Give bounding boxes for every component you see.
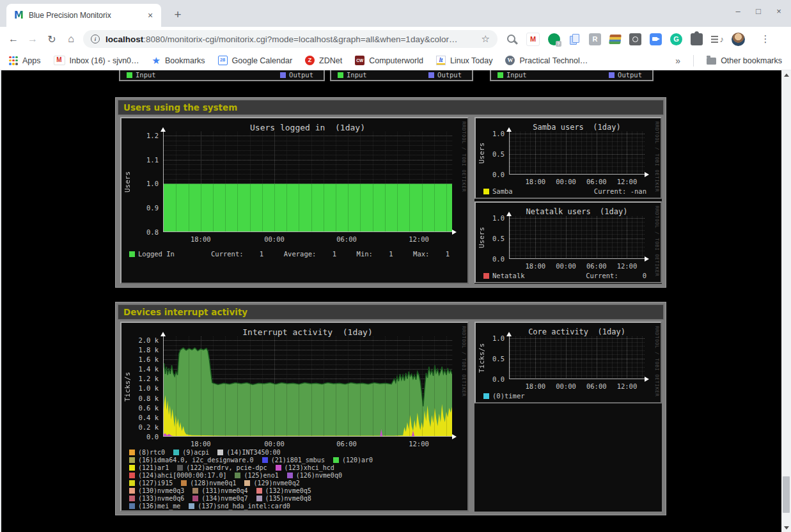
legend-item: (131)nvme0q4	[192, 487, 247, 494]
legend-item: (123)xhci_hcd	[276, 464, 334, 471]
legend-label: (132)nvme0q5	[265, 487, 311, 494]
x-tick-label: 18:00	[191, 440, 211, 448]
axis-up-arrow	[161, 127, 166, 132]
copy-pages-extension-icon[interactable]	[568, 33, 581, 45]
axis-up-arrow	[506, 212, 512, 216]
plot-area	[509, 132, 645, 175]
legend-label: Logged In	[138, 250, 175, 258]
window-maximize-icon[interactable]: □	[753, 6, 764, 16]
zoom-camera-extension-icon[interactable]	[650, 33, 662, 45]
bookmark-linux-today[interactable]: lt Linux Today	[436, 56, 493, 65]
legend-label: Netatalk	[492, 272, 525, 279]
playlist-extension-icon[interactable]: ♪	[711, 33, 723, 45]
x-axis	[509, 379, 645, 379]
music-note-icon: ♪	[720, 35, 724, 44]
x-tick-label: 06:00	[586, 178, 607, 185]
gmail-icon: M	[54, 56, 65, 65]
bookmark-google-calendar[interactable]: 28 Google Calendar	[218, 56, 293, 65]
camera-glyph	[652, 37, 657, 41]
rrdtool-watermark: RRDTOOL / TOBI OETIKER	[654, 121, 660, 192]
rrdtool-watermark: RRDTOOL / TOBI OETIKER	[461, 121, 467, 192]
search-extension-icon[interactable]	[506, 33, 518, 45]
bookmark-zdnet[interactable]: Z ZDNet	[305, 56, 342, 65]
voice-extension-icon[interactable]: ?	[548, 33, 560, 45]
url-bar[interactable]: i localhost:8080/monitorix-cgi/monitorix…	[83, 30, 497, 48]
legend-item: (124)ahci[0000:00:17.0]	[129, 472, 226, 479]
legend-label: Samba	[492, 187, 513, 195]
browser-menu-icon[interactable]: ⋮	[760, 33, 771, 45]
monitorix-page: Input Output Input Output Input Output U…	[0, 70, 781, 532]
tab-title: Blue Precision Monitorix	[29, 11, 145, 20]
bookmarks-overflow-icon[interactable]: »	[675, 56, 680, 66]
legend-swatch	[181, 480, 187, 486]
legend-item: (126)nvme0q0	[287, 472, 342, 479]
browser-tab[interactable]: M Blue Precision Monitorix ×	[6, 4, 161, 27]
bookmark-bookmarks[interactable]: ★ Bookmarks	[152, 56, 205, 65]
legend-row: (16)idma64.0, i2c_designware.0(21)i801_s…	[129, 456, 381, 464]
y-tick-label: 1.2 k	[121, 375, 159, 382]
bookmark-computerworld[interactable]: CW Computerworld	[355, 56, 423, 65]
window-minimize-icon[interactable]: –	[732, 6, 744, 16]
tab-close-icon[interactable]: ×	[145, 10, 156, 21]
legend-label: (122)aerdrv, pcie-dpc	[186, 464, 267, 471]
bookmark-apps[interactable]: Apps	[9, 56, 41, 65]
legend-swatch	[129, 503, 135, 509]
legend-item: (134)nvme0q7	[192, 495, 247, 502]
legend-label: (120)ar0	[342, 457, 373, 464]
x-tick-label: 00:00	[556, 382, 576, 390]
gmail-extension-icon[interactable]: M	[526, 33, 540, 46]
book-stack-extension-icon[interactable]	[609, 35, 622, 44]
section-title: Users using the system	[118, 100, 664, 115]
reload-icon[interactable]: ↻	[42, 29, 61, 49]
bookmarks-bar: Apps M Inbox (16) - sjvn0… ★ Bookmarks 2…	[0, 51, 791, 70]
y-axis	[163, 132, 164, 232]
y-tick-label: 1.8 k	[121, 346, 159, 354]
profile-avatar[interactable]	[732, 33, 745, 46]
legend-label: (125)eno1	[244, 472, 278, 479]
grammarly-extension-icon[interactable]: G	[670, 33, 682, 45]
legend-label: (14)INT3450:00	[226, 449, 280, 456]
net-graph-legend-2: Input Output	[330, 70, 473, 81]
legend-label: (130)nvme0q3	[138, 487, 184, 494]
url-text: localhost:8080/monitorix-cgi/monitorix.c…	[106, 35, 457, 44]
bookmark-star-icon[interactable]: ☆	[482, 33, 490, 45]
window-close-icon[interactable]: ×	[773, 6, 785, 16]
home-icon[interactable]: ⌂	[61, 29, 81, 49]
tab-strip: M Blue Precision Monitorix × + – □ ×	[0, 0, 791, 27]
page-info-icon[interactable]: i	[91, 35, 100, 43]
legend-swatch	[129, 496, 135, 501]
legend-label: (131)nvme0q4	[201, 487, 247, 494]
legend-item: (132)nvme0q5	[256, 487, 311, 494]
y-axis	[509, 336, 510, 379]
back-icon[interactable]: ←	[4, 29, 23, 49]
scroll-down-icon[interactable]	[781, 523, 791, 532]
legend-item: (21)i801_smbus	[262, 457, 325, 464]
legend-label: (129)nvme0q2	[253, 480, 299, 487]
legend-item: (128)nvme0q1	[181, 480, 236, 487]
y-axis	[163, 336, 164, 437]
scrollbar-thumb[interactable]	[783, 476, 790, 513]
y-tick-label: 0.9	[121, 204, 159, 212]
bookmark-practical-tech[interactable]: W Practical Technol…	[505, 56, 588, 65]
wordpress-icon: W	[505, 56, 515, 65]
net-graph-legend-3: Input Output	[490, 70, 654, 81]
window-controls: – □ ×	[732, 6, 785, 16]
forward-icon[interactable]: →	[23, 29, 42, 49]
graph-title: Users logged in (1day)	[163, 123, 452, 132]
legend-label: (126)nvme0q0	[296, 472, 342, 479]
legend-swatch	[189, 503, 194, 509]
lamp-extension-icon[interactable]	[629, 33, 641, 45]
bookmark-inbox[interactable]: M Inbox (16) - sjvn0…	[54, 56, 139, 65]
scroll-up-icon[interactable]	[781, 70, 791, 79]
legend-stats: Current: -nan	[594, 187, 646, 195]
other-bookmarks[interactable]: Other bookmarks	[707, 56, 782, 65]
new-tab-button[interactable]: +	[169, 6, 187, 24]
page-scrollbar[interactable]	[781, 70, 791, 532]
r-badge-extension-icon[interactable]: R	[589, 33, 601, 45]
x-tick-label: 00:00	[264, 440, 285, 448]
legend-swatch	[217, 450, 223, 455]
extensions-puzzle-icon[interactable]	[691, 33, 703, 45]
legend-row: (8)rtc0(9)acpi(14)INT3450:00	[129, 448, 381, 456]
section-users: Users using the system Users logged in (…	[115, 97, 666, 288]
graph-title: Core activity (1day)	[509, 327, 645, 336]
